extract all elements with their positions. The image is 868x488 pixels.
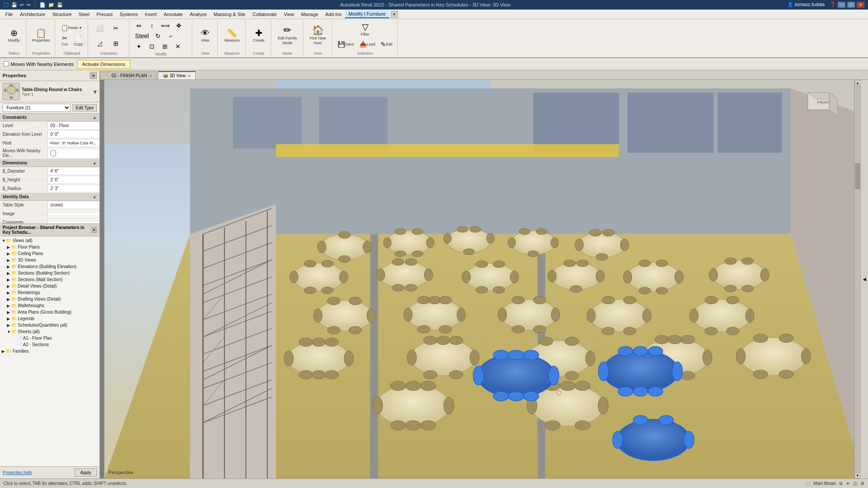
cut-button[interactable]: ✂ Cut (59, 33, 71, 49)
view-controls-icon4[interactable]: ⚙ (861, 481, 865, 486)
geometry-btn4[interactable]: ⊞ (108, 39, 124, 48)
pb-sections-building[interactable]: ▶ 📁 Sections (Building Section) (0, 270, 99, 276)
menu-addins[interactable]: Add-Ins (322, 11, 345, 18)
pb-a2-sections[interactable]: 📄 A2 - Sections (0, 341, 99, 348)
right-collapse-panel[interactable]: ◀ (860, 80, 868, 478)
comments-value[interactable] (48, 222, 99, 223)
scale-btn[interactable]: ⊡ (146, 42, 158, 51)
menu-analyze[interactable]: Analyze (186, 11, 210, 18)
geometry-btn2[interactable]: ✂ (108, 23, 124, 33)
family-dropdown[interactable]: Furniture (2) (3, 104, 71, 112)
copy-modify-btn[interactable]: Steel (133, 31, 151, 41)
menu-annotate[interactable]: Annotate (160, 11, 186, 18)
pb-ceiling-plans[interactable]: ▶ 📁 Ceiling Plans (0, 250, 99, 257)
menu-structure[interactable]: Structure (49, 11, 75, 18)
geometry-btn1[interactable]: ⬜ (92, 23, 107, 33)
scroll-track[interactable] (855, 86, 860, 472)
image-value[interactable] (48, 213, 99, 215)
pb-legends[interactable]: ▶ 📁 Legends (0, 315, 99, 322)
edit-type-button[interactable]: Edit Type (72, 104, 97, 111)
diameter-value[interactable]: 4' 6" (48, 168, 99, 174)
properties-panel-close[interactable]: ✕ (90, 72, 97, 79)
delete-btn[interactable]: ✕ (172, 42, 184, 51)
trim-btn[interactable]: ⌐ (165, 31, 177, 41)
menu-precast[interactable]: Precast (93, 11, 116, 18)
level-value[interactable]: 03 - Floor (48, 122, 99, 129)
elevation-value[interactable]: 0' 0" (48, 131, 99, 138)
pb-drafting-views[interactable]: ▶ 📁 Drafting Views (Detail) (0, 296, 99, 302)
3d-scene[interactable]: FRONT Perspective (100, 80, 868, 478)
menu-view[interactable]: View (280, 11, 298, 18)
minimize-button[interactable]: ─ (838, 2, 845, 8)
scroll-thumb[interactable] (855, 163, 860, 189)
create-button[interactable]: ✚ Create (249, 26, 268, 45)
edit-family-mode-button[interactable]: ✏ Edit FamilyMode (275, 23, 300, 48)
floor-plan-tab-close[interactable]: ✕ (149, 74, 152, 78)
menu-insert[interactable]: Insert (141, 11, 161, 18)
moves-nearby-prop-checkbox[interactable] (50, 151, 56, 156)
edit-selection-btn[interactable]: ✎ Edit (378, 39, 395, 49)
height-value[interactable]: 2' 6" (48, 177, 99, 183)
host-value[interactable]: Floor : 8" Hollow Core Pl... (48, 140, 99, 146)
new-icon[interactable]: 📄 (39, 2, 46, 8)
rotate-btn[interactable]: ↻ (152, 31, 164, 41)
save-selection-btn[interactable]: 💾 Save (335, 39, 356, 49)
pb-detail-views[interactable]: ▶ 📁 Detail Views (Detail) (0, 283, 99, 289)
identity-section-header[interactable]: Identity Data ▲ (0, 193, 99, 201)
scroll-down-button[interactable]: ▼ (855, 472, 861, 478)
pb-a1-floor-plan[interactable]: 📄 A1 - Floor Plan (0, 335, 99, 341)
tab-floor-plan[interactable]: 📐 02 - FINISH PLAN ✕ (100, 72, 157, 79)
pb-sections-wall[interactable]: ▶ 📁 Sections (Wall Section) (0, 276, 99, 283)
pb-schedules[interactable]: ▶ 📁 Schedules/Quantities (all) (0, 322, 99, 328)
vertical-scrollbar[interactable]: ▲ ▼ (854, 80, 860, 478)
pb-3d-views[interactable]: ▶ 📁 3D Views (0, 257, 99, 263)
pb-sheets[interactable]: ▼ 📁 Sheets (all) (0, 328, 99, 335)
type-arrow-down-icon[interactable]: ▾ (93, 88, 97, 96)
align-btn[interactable]: ⇔ (133, 21, 145, 30)
redo-icon[interactable]: ↪ (26, 2, 30, 8)
dimensions-section-header[interactable]: Dimensions ▲ (0, 159, 99, 167)
split-btn[interactable]: ✦ (133, 42, 145, 51)
pb-renderings[interactable]: ▶ 📁 Renderings (0, 289, 99, 296)
view-controls-icon2[interactable]: ☀ (846, 481, 850, 486)
move-btn[interactable]: ✥ (173, 21, 185, 30)
mirror-btn[interactable]: ⟺ (159, 21, 172, 30)
pb-families[interactable]: ▶ 📁 Families (0, 348, 99, 354)
quick-save-icon[interactable]: 💾 (11, 2, 17, 8)
properties-button[interactable]: 📋 Properties (30, 27, 52, 45)
view-controls-icon1[interactable]: ⧉ (839, 481, 842, 486)
help-icon[interactable]: ❓ (830, 2, 836, 8)
table-style-value[interactable]: (none) (48, 202, 99, 208)
pb-floor-plans[interactable]: ▶ 📁 Floor Plans (0, 244, 99, 250)
maximize-button[interactable]: □ (847, 2, 855, 8)
radius-value[interactable]: 2' 3" (48, 185, 99, 192)
menu-file[interactable]: File (2, 11, 16, 18)
view-controls-icon3[interactable]: ◫ (853, 481, 857, 486)
save-icon[interactable]: 💾 (57, 2, 63, 8)
filter-button[interactable]: ▽ Filter (356, 21, 374, 39)
paste-button[interactable]: 📋 Paste ▾ (59, 23, 85, 33)
pb-elevations[interactable]: ▶ 📁 Elevations (Building Elevation) (0, 263, 99, 270)
undo-icon[interactable]: ↩ (20, 2, 24, 8)
view-button[interactable]: 👁 View (196, 26, 215, 45)
measure-button[interactable]: 📏 Measure (221, 26, 243, 45)
copy-button[interactable]: 📄 Copy (72, 33, 85, 49)
properties-help-link[interactable]: Properties help (3, 470, 32, 475)
menu-systems[interactable]: Systems (116, 11, 141, 18)
geometry-btn3[interactable]: ◿ (92, 39, 107, 48)
pb-walkthroughs[interactable]: ▶ 📁 Walkthroughs (0, 302, 99, 309)
apply-button[interactable]: Apply (75, 468, 97, 477)
offset-btn[interactable]: ↕ (146, 21, 158, 30)
activate-dimensions-button[interactable]: Activate Dimensions (77, 60, 130, 69)
open-icon[interactable]: 📁 (48, 2, 54, 8)
close-button[interactable]: ✕ (857, 2, 865, 8)
moves-with-nearby-checkbox[interactable] (3, 61, 9, 67)
tab-3d-view[interactable]: 📦 3D View ✕ (158, 71, 196, 79)
ribbon-toggle[interactable]: ▾ (391, 11, 398, 18)
model-selector[interactable]: Main Model (813, 481, 836, 486)
menu-architecture[interactable]: Architecture (16, 11, 49, 18)
3d-view-tab-close[interactable]: ✕ (187, 74, 191, 78)
array-btn[interactable]: ⊞ (159, 42, 171, 51)
modify-button[interactable]: ⊕ Modify (4, 26, 23, 45)
menu-modify-furniture[interactable]: Modify | Furniture (345, 10, 389, 18)
